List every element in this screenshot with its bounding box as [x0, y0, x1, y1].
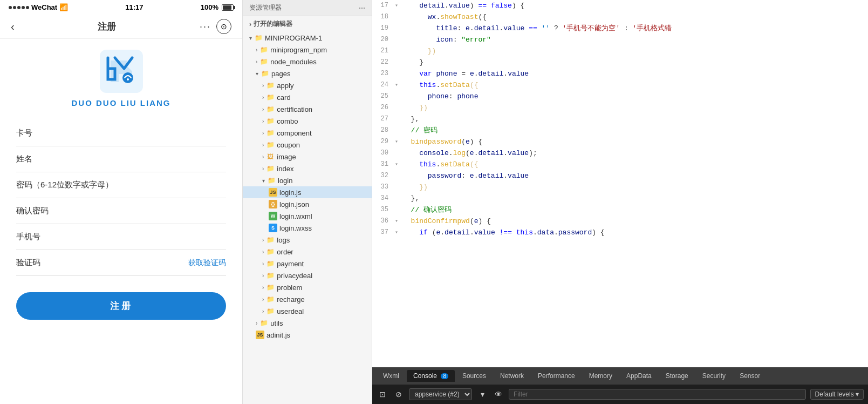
- tab-sensor[interactable]: Sensor: [733, 370, 767, 382]
- clock: 11:17: [125, 3, 143, 11]
- code-line-30: 30 console.log(e.detail.value);: [372, 147, 868, 159]
- form-label-phone: 手机号: [16, 232, 226, 242]
- tree-item-login-wxml[interactable]: W login.wxml: [243, 210, 372, 222]
- devtools-levels-select[interactable]: Default levels ▾: [810, 389, 864, 400]
- code-line-18: 18 wx.showToast({: [372, 11, 868, 23]
- code-line-24: 24 ▾ this.setData({: [372, 79, 868, 91]
- panel-menu-icon[interactable]: ⋯: [359, 4, 365, 12]
- tree-item-login[interactable]: ▾ 📁 login: [243, 174, 372, 186]
- folder-icon: 📁: [259, 57, 268, 66]
- code-line-22: 22 }: [372, 57, 868, 68]
- logo-title: DUO DUO LIU LIANG: [72, 98, 171, 107]
- tree-item-utils[interactable]: › 📁 utils: [243, 317, 372, 329]
- console-filter-input[interactable]: [509, 389, 806, 400]
- chevron-right-icon: ›: [262, 166, 264, 172]
- folder-icon: 📁: [266, 295, 275, 304]
- devtools-dropdown-icon[interactable]: ▾: [476, 388, 488, 400]
- get-captcha-button[interactable]: 获取验证码: [188, 258, 226, 268]
- chevron-right-icon: ›: [262, 285, 264, 291]
- tree-item-recharge[interactable]: › 📁 recharge: [243, 293, 372, 305]
- code-line-23: 23 var phone = e.detail.value: [372, 68, 868, 79]
- form-label-name: 姓名: [16, 154, 226, 164]
- register-button[interactable]: 注册: [16, 292, 226, 320]
- tree-item-login-wxss[interactable]: S login.wxss: [243, 222, 372, 234]
- tree-item-pages[interactable]: ▾ 📁 pages: [243, 68, 372, 79]
- tree-item-userdeal[interactable]: › 📁 userdeal: [243, 305, 372, 317]
- form-field-captcha: 验证码 获取验证码: [16, 250, 226, 276]
- chevron-right-icon: ›: [262, 249, 264, 255]
- phone-nav: ‹ 注册 ··· ⊙: [0, 15, 242, 39]
- wxml-file-icon: W: [269, 212, 277, 220]
- code-line-25: 25 phone: phone: [372, 91, 868, 102]
- code-line-34: 34 },: [372, 193, 868, 204]
- code-line-17: 17 ▾ detail.value) == false) {: [372, 0, 868, 11]
- tree-item-login-js[interactable]: JS login.js: [243, 186, 372, 198]
- more-button[interactable]: ···: [200, 21, 211, 32]
- file-tree-panel: 资源管理器 ⋯ › 打开的编辑器 ▾ 📁 MINIPROGRAM-1 › 📁 m…: [243, 0, 372, 404]
- console-context-select[interactable]: appservice (#2): [409, 388, 472, 400]
- project-root[interactable]: ▾ 📁 MINIPROGRAM-1: [243, 32, 372, 44]
- tab-performance[interactable]: Performance: [531, 370, 582, 382]
- tree-item-payment[interactable]: › 📁 payment: [243, 258, 372, 270]
- tab-memory[interactable]: Memory: [583, 370, 619, 382]
- folder-icon: 📁: [254, 33, 263, 42]
- wxss-file-icon: S: [269, 224, 277, 232]
- resource-manager-label: 资源管理器: [249, 3, 282, 12]
- js-file-icon: JS: [256, 331, 264, 339]
- tree-item-order[interactable]: › 📁 order: [243, 246, 372, 258]
- tree-item-card[interactable]: › 📁 card: [243, 91, 372, 103]
- code-line-29: 29 ▾ bindpassword(e) {: [372, 136, 868, 147]
- tree-item-miniprogram-npm[interactable]: › 📁 miniprogram_npm: [243, 44, 372, 56]
- devtools-tabs: Wxml Console 8 Sources Network Performan…: [372, 367, 868, 385]
- tree-item-component[interactable]: › 📁 component: [243, 127, 372, 139]
- chevron-right-icon: ›: [262, 130, 264, 136]
- chevron-down-icon: ▾: [256, 71, 258, 77]
- tree-item-coupon[interactable]: › 📁 coupon: [243, 139, 372, 151]
- tree-item-combo[interactable]: › 📁 combo: [243, 115, 372, 127]
- folder-icon: 📁: [267, 176, 276, 185]
- code-line-32: 32 password: e.detail.value: [372, 170, 868, 181]
- devtools-panel: Wxml Console 8 Sources Network Performan…: [372, 367, 868, 404]
- tab-sources[interactable]: Sources: [456, 370, 493, 382]
- chevron-right-icon: ›: [262, 273, 264, 279]
- devtools-toolbar: ⊡ ⊘ appservice (#2) ▾ 👁 Default levels ▾: [372, 385, 868, 404]
- devtools-eye-icon[interactable]: 👁: [493, 388, 504, 400]
- folder-icon: 📁: [266, 93, 275, 102]
- devtools-block-icon[interactable]: ⊘: [393, 388, 405, 400]
- open-editors-section[interactable]: › 打开的编辑器: [243, 16, 372, 32]
- form-label-confirm-password: 确认密码: [16, 206, 226, 216]
- tree-item-apply[interactable]: › 📁 apply: [243, 79, 372, 91]
- tree-item-image[interactable]: › 🖼 image: [243, 151, 372, 163]
- tree-item-node-modules[interactable]: › 📁 node_modules: [243, 56, 372, 68]
- tab-wxml[interactable]: Wxml: [377, 370, 406, 382]
- tab-console[interactable]: Console 8: [407, 370, 455, 382]
- tab-storage[interactable]: Storage: [659, 370, 695, 382]
- tab-security[interactable]: Security: [696, 370, 732, 382]
- record-button[interactable]: ⊙: [216, 19, 231, 34]
- folder-image-icon: 🖼: [266, 152, 275, 161]
- status-left: WeChat 📶: [9, 3, 68, 11]
- folder-icon: 📁: [266, 140, 275, 149]
- chevron-right-icon: ›: [262, 308, 264, 314]
- tab-network[interactable]: Network: [494, 370, 530, 382]
- folder-icon: 📁: [266, 105, 275, 113]
- editor-area: 资源管理器 ⋯ › 打开的编辑器 ▾ 📁 MINIPROGRAM-1 › 📁 m…: [243, 0, 868, 404]
- tree-item-login-json[interactable]: {} login.json: [243, 198, 372, 210]
- back-button[interactable]: ‹: [11, 21, 15, 33]
- tree-item-certification[interactable]: › 📁 certification: [243, 103, 372, 115]
- devtools-cursor-icon[interactable]: ⊡: [377, 388, 388, 400]
- folder-icon: 📁: [266, 247, 275, 256]
- file-tree-items: ▾ 📁 MINIPROGRAM-1 › 📁 miniprogram_npm › …: [243, 32, 372, 404]
- tree-item-logs[interactable]: › 📁 logs: [243, 234, 372, 246]
- code-editor[interactable]: 17 ▾ detail.value) == false) { 18 wx.sho…: [372, 0, 868, 367]
- project-label: MINIPROGRAM-1: [265, 34, 322, 42]
- form-field-confirm-password: 确认密码: [16, 198, 226, 224]
- tree-item-problem[interactable]: › 📁 problem: [243, 281, 372, 293]
- chevron-right-icon: ›: [262, 118, 264, 124]
- tree-item-privacydeal[interactable]: › 📁 privacydeal: [243, 270, 372, 281]
- tree-item-index[interactable]: › 📁 index: [243, 163, 372, 174]
- tree-item-adinit-js[interactable]: JS adinit.js: [243, 329, 372, 341]
- folder-icon: 📁: [259, 45, 268, 54]
- tab-appdata[interactable]: AppData: [620, 370, 658, 382]
- form-field-phone: 手机号: [16, 224, 226, 250]
